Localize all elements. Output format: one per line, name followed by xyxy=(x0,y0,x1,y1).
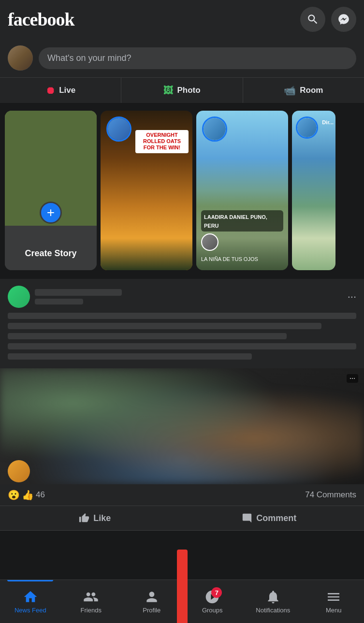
comment-label: Comment xyxy=(256,513,296,523)
reaction-count: 46 xyxy=(36,490,45,500)
create-story-label: Create Story xyxy=(25,248,76,259)
nav-menu-icon xyxy=(326,589,341,605)
nav-notifications[interactable]: Notifications xyxy=(243,580,304,623)
nav-menu-label: Menu xyxy=(326,607,342,614)
create-story-bottom: Create Story xyxy=(5,226,97,270)
story-3-person xyxy=(201,233,283,251)
post-more-button[interactable]: ··· xyxy=(348,290,356,303)
live-button[interactable]: ⏺ Live xyxy=(0,78,121,103)
story-3-avatar xyxy=(202,116,227,142)
story-4-name: Dir... xyxy=(322,117,334,126)
messenger-button[interactable] xyxy=(331,7,356,32)
nav-notifications-icon xyxy=(265,589,281,605)
nav-groups[interactable]: 7 Groups xyxy=(182,580,243,623)
like-emoji: 👍 xyxy=(22,489,34,501)
post-meta xyxy=(35,289,343,304)
feed-post: ··· ⋯ 😮 👍 46 74 Comments xyxy=(0,279,364,531)
action-bar: ⏺ Live 🖼 Photo 📹 Room xyxy=(0,78,364,106)
header-icons xyxy=(300,7,356,32)
nav-news-feed-icon xyxy=(23,589,38,605)
profile-icon xyxy=(144,589,160,605)
friends-icon xyxy=(83,589,99,605)
post-card: ··· ⋯ 😮 👍 46 74 Comments xyxy=(0,279,364,531)
create-story-card[interactable]: + Create Story xyxy=(5,111,97,270)
story-card-3[interactable]: LAADIRA DANIEL PUNO, PERU LA NIÑA DE TUS… xyxy=(196,111,288,270)
nav-friends-label: Friends xyxy=(81,607,102,614)
post-header: ··· xyxy=(0,279,364,313)
nav-friends-icon xyxy=(83,589,99,605)
facebook-logo: facebook xyxy=(8,9,74,30)
comment-button[interactable]: Comment xyxy=(182,508,357,528)
story-2-avatar xyxy=(106,116,131,142)
story-card-4[interactable]: Dir... xyxy=(292,111,335,270)
live-icon: ⏺ xyxy=(45,85,55,96)
story-4-avatar xyxy=(296,116,318,139)
next-post-avatar xyxy=(8,460,30,482)
post-avatar xyxy=(8,286,30,308)
post-actions: Like Comment xyxy=(0,506,364,531)
live-label: Live xyxy=(59,86,75,95)
photo-button[interactable]: 🖼 Photo xyxy=(121,78,243,103)
like-button[interactable]: Like xyxy=(8,508,182,528)
room-label: Room xyxy=(300,86,323,95)
nav-notifications-label: Notifications xyxy=(256,607,290,614)
post-text-content xyxy=(0,313,364,368)
story-2-avatar-img xyxy=(108,118,130,140)
nav-groups-label: Groups xyxy=(202,607,223,614)
nav-menu[interactable]: Menu xyxy=(304,580,364,623)
like-icon xyxy=(79,513,89,523)
nav-profile-label: Profile xyxy=(143,607,160,614)
nav-profile[interactable]: Profile xyxy=(121,580,182,623)
avatar-image xyxy=(8,45,33,71)
notifications-icon xyxy=(265,589,281,605)
story-card-2[interactable]: OVERNIGHT ROLLED OATS FOR THE WIN! xyxy=(101,111,192,270)
composer-input[interactable]: What's on your mind? xyxy=(39,47,356,69)
post-text-line-5 xyxy=(8,353,252,360)
story-3-song-text: LA NIÑA DE TUS OJOS xyxy=(201,256,258,262)
post-text-line-2 xyxy=(8,323,321,329)
room-button[interactable]: 📹 Room xyxy=(243,78,364,103)
photo-label: Photo xyxy=(177,86,200,95)
nav-profile-icon xyxy=(144,589,160,605)
wow-emoji: 😮 xyxy=(8,489,20,501)
post-text-line-4 xyxy=(8,343,356,349)
search-button[interactable] xyxy=(300,7,325,32)
nav-news-feed[interactable]: News Feed xyxy=(0,580,61,623)
groups-badge: 7 xyxy=(211,587,222,598)
post-side-label: ⋯ xyxy=(347,374,358,383)
post-text-line-1 xyxy=(8,313,356,319)
post-time xyxy=(35,299,83,304)
user-avatar xyxy=(8,45,33,71)
story-3-song: LA NIÑA DE TUS OJOS xyxy=(201,254,283,263)
post-author-name xyxy=(35,289,122,296)
post-text-line-3 xyxy=(8,333,287,339)
reactions-bar: 😮 👍 46 74 Comments xyxy=(0,484,364,506)
photo-icon: 🖼 xyxy=(163,85,173,96)
story-3-person-avatar xyxy=(201,233,218,251)
nav-groups-icon: 7 xyxy=(204,589,220,605)
story-3-text: LAADIRA DANIEL PUNO, PERU xyxy=(204,214,267,229)
menu-icon xyxy=(326,589,341,605)
nav-news-feed-label: News Feed xyxy=(15,607,46,614)
room-icon: 📹 xyxy=(284,85,296,96)
comment-icon xyxy=(242,513,252,523)
post-image: ⋯ xyxy=(0,368,364,484)
messenger-icon xyxy=(337,13,350,26)
nav-friends[interactable]: Friends xyxy=(61,580,122,623)
like-label: Like xyxy=(93,513,111,523)
post-composer: What's on your mind? xyxy=(0,39,364,78)
bottom-nav: News Feed Friends Profile 7 Groups xyxy=(0,580,364,623)
reaction-emojis: 😮 👍 46 xyxy=(8,489,45,501)
post-image-blur xyxy=(0,368,364,484)
story-3-avatar-img xyxy=(204,118,226,140)
plus-icon: + xyxy=(47,206,55,219)
comments-count[interactable]: 74 Comments xyxy=(305,490,356,500)
story-3-label: LAADIRA DANIEL PUNO, PERU xyxy=(201,210,283,232)
stories-row: + Create Story OVERNIGHT ROLLED OATS FOR… xyxy=(0,106,364,275)
story-4-avatar-img xyxy=(297,118,317,137)
header: facebook xyxy=(0,0,364,39)
story-4-name-text: Dir... xyxy=(322,119,334,125)
home-icon xyxy=(23,589,38,605)
search-icon xyxy=(306,13,319,26)
create-story-plus: + xyxy=(40,202,62,224)
